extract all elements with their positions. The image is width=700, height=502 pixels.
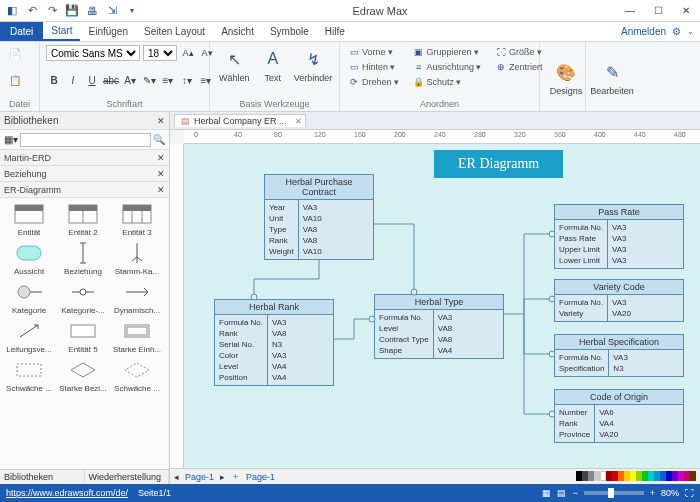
doc-icon: ▤: [181, 116, 190, 126]
text-icon: A: [261, 47, 285, 71]
shape-entitaet5[interactable]: Entität 5: [56, 317, 110, 356]
login-link[interactable]: Anmelden: [621, 26, 666, 37]
shape-aussicht[interactable]: Aussicht: [2, 239, 56, 278]
paste-icon[interactable]: 📋: [6, 72, 24, 88]
cat-close-icon[interactable]: ✕: [157, 185, 165, 195]
cat-beziehung[interactable]: Beziehung: [4, 169, 47, 179]
cmd-hinten[interactable]: ▭Hinten▾: [346, 60, 401, 74]
shape-entitaet2[interactable]: Entität 2: [56, 200, 110, 239]
status-url[interactable]: https://www.edrawsoft.com/de/: [6, 488, 128, 498]
cat-close-icon[interactable]: ✕: [157, 153, 165, 163]
diagram-title[interactable]: ER Diagramm: [434, 150, 563, 178]
cmd-ausrichtung[interactable]: ≡Ausrichtung▾: [411, 60, 484, 74]
entity-type[interactable]: Herbal Type Formula No.LevelContract Typ…: [374, 294, 504, 359]
settings-icon[interactable]: ⚙: [672, 26, 681, 37]
qat-more-icon[interactable]: ▾: [124, 3, 140, 19]
entity-origin[interactable]: Code of Origin NumberRankProvinceVA6VA4V…: [554, 389, 684, 443]
redo-icon[interactable]: ↷: [44, 3, 60, 19]
select-tool[interactable]: ↖Wählen: [216, 45, 253, 99]
entity-spec[interactable]: Herbal Specification Formula No.Specific…: [554, 334, 684, 377]
cmd-vorne[interactable]: ▭Vorne▾: [346, 45, 401, 59]
entity-purchase[interactable]: Herbal Purchase Contract YearUnitTypeRan…: [264, 174, 374, 260]
shape-kategorie[interactable]: Kategorie: [2, 278, 56, 317]
shape-leitung[interactable]: Leitungsve...: [2, 317, 56, 356]
document-tab[interactable]: ▤ Herbal Company ER ... ✕: [174, 114, 306, 127]
page-prev-icon[interactable]: ◂: [174, 472, 179, 482]
entity-variety[interactable]: Variety Code Formula No.VarietyVA3VA20: [554, 279, 684, 322]
font-size-select[interactable]: 18: [143, 45, 177, 61]
cat-close-icon[interactable]: ✕: [157, 169, 165, 179]
shape-schwaeche2[interactable]: Schwäche ...: [110, 356, 164, 395]
strike-button[interactable]: abc: [103, 72, 119, 88]
shape-kategorie2[interactable]: Kategorie-...: [56, 278, 110, 317]
export-icon[interactable]: ⇲: [104, 3, 120, 19]
save-icon[interactable]: 💾: [64, 3, 80, 19]
cat-martin[interactable]: Martin-ERD: [4, 153, 51, 163]
zoom-slider[interactable]: [584, 491, 644, 495]
font-family-select[interactable]: Comic Sans MS: [46, 45, 140, 61]
shape-starkebez[interactable]: Starke Bezi...: [56, 356, 110, 395]
entity-rank[interactable]: Herbal Rank Formula No.RankSerial No.Col…: [214, 299, 334, 386]
tab-seitenlayout[interactable]: Seiten Layout: [136, 22, 213, 41]
highlight-icon[interactable]: ✎▾: [141, 72, 157, 88]
shape-dynamisch[interactable]: Dynamisch...: [110, 278, 164, 317]
shape-entitaet3[interactable]: Entität 3: [110, 200, 164, 239]
underline-button[interactable]: U: [84, 72, 100, 88]
bullets-icon[interactable]: ≡▾: [160, 72, 176, 88]
view-icon[interactable]: ▦: [542, 488, 551, 498]
page-name[interactable]: Page-1: [185, 472, 214, 482]
tab-ansicht[interactable]: Ansicht: [213, 22, 262, 41]
text-tool[interactable]: AText: [255, 45, 292, 99]
front-icon: ▭: [348, 46, 360, 58]
sbfoot-wieder[interactable]: Wiederherstellung: [85, 470, 170, 484]
search-input[interactable]: [20, 133, 151, 147]
italic-button[interactable]: I: [65, 72, 81, 88]
cat-er[interactable]: ER-Diagramm: [4, 185, 61, 195]
close-tab-icon[interactable]: ✕: [295, 117, 302, 126]
zoom-in-icon[interactable]: +: [650, 488, 655, 498]
connector-tool[interactable]: ↯Verbinder: [293, 45, 333, 99]
lib-icon[interactable]: ▦▾: [4, 134, 18, 145]
shape-schwaeche[interactable]: Schwäche ...: [2, 356, 56, 395]
zoom-value[interactable]: 80%: [661, 488, 679, 498]
theme-colors[interactable]: [576, 471, 696, 483]
new-icon[interactable]: 📄: [6, 45, 24, 61]
sidebar-close-icon[interactable]: ✕: [157, 116, 165, 126]
spacing-icon[interactable]: ↕▾: [179, 72, 195, 88]
shape-entitaet[interactable]: Entität: [2, 200, 56, 239]
grow-font-icon[interactable]: A▴: [180, 45, 196, 61]
designs-button[interactable]: 🎨Designs: [546, 58, 586, 98]
shape-starke[interactable]: Starke Einh...: [110, 317, 164, 356]
edit-button[interactable]: ✎Bearbeiten: [592, 58, 632, 98]
tab-hilfe[interactable]: Hilfe: [317, 22, 353, 41]
canvas[interactable]: ER Diagramm Herbal Purchase Contract Yea…: [184, 144, 700, 468]
ribbon-collapse-icon[interactable]: ⌄: [687, 27, 694, 36]
page-next-icon[interactable]: ▸: [220, 472, 225, 482]
cmd-drehen[interactable]: ⟳Drehen▾: [346, 75, 401, 89]
bold-button[interactable]: B: [46, 72, 62, 88]
cmd-zentriert[interactable]: ⊕Zentriert: [493, 60, 545, 74]
shape-beziehung[interactable]: Beziehung: [56, 239, 110, 278]
fullscreen-icon[interactable]: ⛶: [685, 488, 694, 498]
tab-einfuegen[interactable]: Einfügen: [80, 22, 135, 41]
minimize-button[interactable]: —: [616, 0, 644, 22]
cmd-schutz[interactable]: 🔒Schutz▾: [411, 75, 484, 89]
tab-start[interactable]: Start: [43, 22, 80, 41]
menu-icon[interactable]: ◧: [4, 3, 20, 19]
search-icon[interactable]: 🔍: [153, 134, 165, 145]
sbfoot-bib[interactable]: Bibliotheken: [0, 470, 85, 484]
file-menu[interactable]: Datei: [0, 22, 43, 41]
tab-symbole[interactable]: Symbole: [262, 22, 317, 41]
view-icon2[interactable]: ▤: [557, 488, 566, 498]
undo-icon[interactable]: ↶: [24, 3, 40, 19]
cmd-groesse[interactable]: ⛶Größe▾: [493, 45, 545, 59]
entity-pass[interactable]: Pass Rate Formula No.Pass RateUpper Limi…: [554, 204, 684, 269]
zoom-out-icon[interactable]: −: [572, 488, 577, 498]
shape-stamm[interactable]: Stamm-Ka...: [110, 239, 164, 278]
page-tab2[interactable]: Page-1: [246, 472, 275, 482]
font-color-icon[interactable]: A▾: [122, 72, 138, 88]
print-icon[interactable]: 🖶: [84, 3, 100, 19]
maximize-button[interactable]: ☐: [644, 0, 672, 22]
cmd-gruppieren[interactable]: ▣Gruppieren▾: [411, 45, 484, 59]
close-button[interactable]: ✕: [672, 0, 700, 22]
